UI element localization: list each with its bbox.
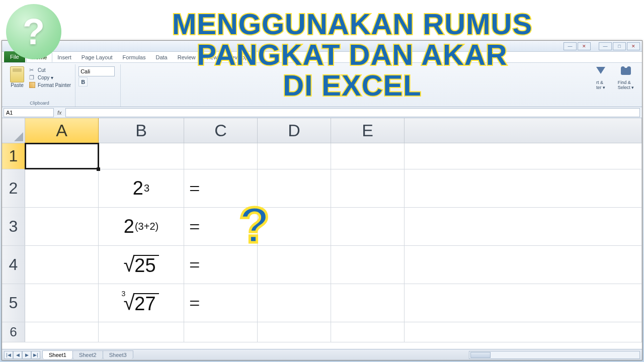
cell-b5[interactable]: 3√27 xyxy=(99,284,184,322)
cell-c4[interactable]: = xyxy=(184,246,258,284)
row-header-6[interactable]: 6 xyxy=(2,322,25,342)
cell-a3[interactable] xyxy=(25,208,99,245)
tab-formulas[interactable]: Formulas xyxy=(118,52,151,62)
cell-f2[interactable] xyxy=(405,169,642,207)
cell-b3-exp: (3+2) xyxy=(135,221,158,232)
cell-f3[interactable] xyxy=(405,208,642,245)
cell-f6[interactable] xyxy=(405,322,642,342)
sheet-nav-next[interactable]: ▶ xyxy=(22,351,31,359)
paste-label: Paste xyxy=(11,82,24,88)
bold-button[interactable]: B xyxy=(78,77,88,86)
cut-button[interactable]: Cut xyxy=(28,66,72,73)
cell-d2[interactable] xyxy=(258,169,331,207)
cell-b2-exp: 3 xyxy=(144,183,149,194)
font-group: B xyxy=(75,64,121,107)
sub-minimize-button[interactable]: — xyxy=(564,42,577,50)
sheet-nav-last[interactable]: ▶| xyxy=(31,351,40,359)
row-1: 1 xyxy=(2,143,642,169)
col-header-b[interactable]: B xyxy=(99,118,184,143)
cell-b6[interactable] xyxy=(99,322,184,342)
sheet-nav-prev[interactable]: ◀ xyxy=(13,351,22,359)
format-painter-button[interactable]: Format Painter xyxy=(28,81,72,88)
cell-e6[interactable] xyxy=(331,322,405,342)
cell-c1[interactable] xyxy=(184,143,258,169)
cell-b3[interactable]: 2(3+2) xyxy=(99,208,184,245)
spreadsheet-grid: A B C D E 1 2 23 = 3 2( xyxy=(2,118,642,349)
row-header-5[interactable]: 5 xyxy=(2,284,25,322)
cell-a1[interactable] xyxy=(25,143,99,169)
select-all-corner[interactable] xyxy=(2,118,25,143)
cell-a4[interactable] xyxy=(25,246,99,284)
row-header-1[interactable]: 1 xyxy=(2,143,25,169)
col-header-a[interactable]: A xyxy=(25,118,99,143)
tab-view[interactable]: View xyxy=(201,52,223,62)
sheet-tab-bar: |◀ ◀ ▶ ▶| Sheet1 Sheet2 Sheet3 xyxy=(2,349,642,360)
cell-e3[interactable] xyxy=(331,208,405,245)
ribbon: Paste Cut Copy ▾ Format Painter Clipboar… xyxy=(2,63,642,107)
scissors-icon xyxy=(29,67,36,73)
copy-button[interactable]: Copy ▾ xyxy=(28,74,72,81)
format-painter-label: Format Painter xyxy=(38,82,71,88)
cell-e5[interactable] xyxy=(331,284,405,322)
cell-f5[interactable] xyxy=(405,284,642,322)
name-box[interactable]: A1 xyxy=(4,108,54,117)
row-header-3[interactable]: 3 xyxy=(2,208,25,245)
fx-icon[interactable]: fx xyxy=(55,110,64,116)
col-header-c[interactable]: C xyxy=(184,118,258,143)
cell-b2[interactable]: 23 xyxy=(99,169,184,207)
formula-input[interactable] xyxy=(65,108,640,117)
cell-c6[interactable] xyxy=(184,322,258,342)
cell-b1[interactable] xyxy=(99,143,184,169)
tab-developer[interactable]: Developer xyxy=(222,52,258,62)
cell-e2[interactable] xyxy=(331,169,405,207)
tab-insert[interactable]: Insert xyxy=(52,52,76,62)
cell-e1[interactable] xyxy=(331,143,405,169)
font-name-input[interactable] xyxy=(78,66,115,76)
funnel-icon xyxy=(594,66,607,79)
maximize-button[interactable]: □ xyxy=(613,42,626,50)
cell-b4[interactable]: √25 xyxy=(99,246,184,284)
minimize-button[interactable]: — xyxy=(599,42,612,50)
col-header-blank[interactable] xyxy=(405,118,642,143)
tab-review[interactable]: Review xyxy=(173,52,201,62)
logo-qmark: ? xyxy=(23,11,45,52)
scrollbar-thumb[interactable] xyxy=(470,352,491,358)
cell-c3[interactable]: = xyxy=(184,208,258,245)
cell-d5[interactable] xyxy=(258,284,331,322)
paste-icon xyxy=(10,66,24,82)
cell-a6[interactable] xyxy=(25,322,99,342)
cell-d6[interactable] xyxy=(258,322,331,342)
cell-a2[interactable] xyxy=(25,169,99,207)
cell-d3[interactable] xyxy=(258,208,331,245)
sort-filter-button[interactable]: rt & ter ▾ xyxy=(590,66,612,100)
find-select-label: Find & Select ▾ xyxy=(618,80,634,90)
sheet-tab-1[interactable]: Sheet1 xyxy=(42,350,73,359)
find-select-button[interactable]: Find & Select ▾ xyxy=(615,66,637,100)
tab-data[interactable]: Data xyxy=(150,52,172,62)
cell-b5-index: 3 xyxy=(121,290,125,298)
col-header-e[interactable]: E xyxy=(331,118,405,143)
sheet-tab-3[interactable]: Sheet3 xyxy=(103,350,133,359)
cell-e4[interactable] xyxy=(331,246,405,284)
row-header-4[interactable]: 4 xyxy=(2,246,25,284)
sheet-nav-first[interactable]: |◀ xyxy=(4,351,13,359)
sub-close-button[interactable]: ✕ xyxy=(578,42,591,50)
cell-f1[interactable] xyxy=(405,143,642,169)
tab-page-layout[interactable]: Page Layout xyxy=(76,52,118,62)
cell-b5-radicand: 27 xyxy=(133,293,158,313)
sheet-tab-2[interactable]: Sheet2 xyxy=(72,350,103,359)
cell-c2[interactable]: = xyxy=(184,169,258,207)
title-line-1: MENGGUNAKAN RUMUS xyxy=(80,9,624,40)
col-header-d[interactable]: D xyxy=(258,118,331,143)
cell-c5[interactable]: = xyxy=(184,284,258,322)
cell-f4[interactable] xyxy=(405,246,642,284)
row-6: 6 xyxy=(2,322,642,342)
row-header-2[interactable]: 2 xyxy=(2,169,25,207)
cell-a5[interactable] xyxy=(25,284,99,322)
horizontal-scrollbar[interactable] xyxy=(469,351,640,359)
cell-d1[interactable] xyxy=(258,143,331,169)
cut-label: Cut xyxy=(38,67,46,73)
row-2: 2 23 = xyxy=(2,169,642,208)
cell-d4[interactable] xyxy=(258,246,331,284)
close-button[interactable]: ✕ xyxy=(627,42,640,50)
